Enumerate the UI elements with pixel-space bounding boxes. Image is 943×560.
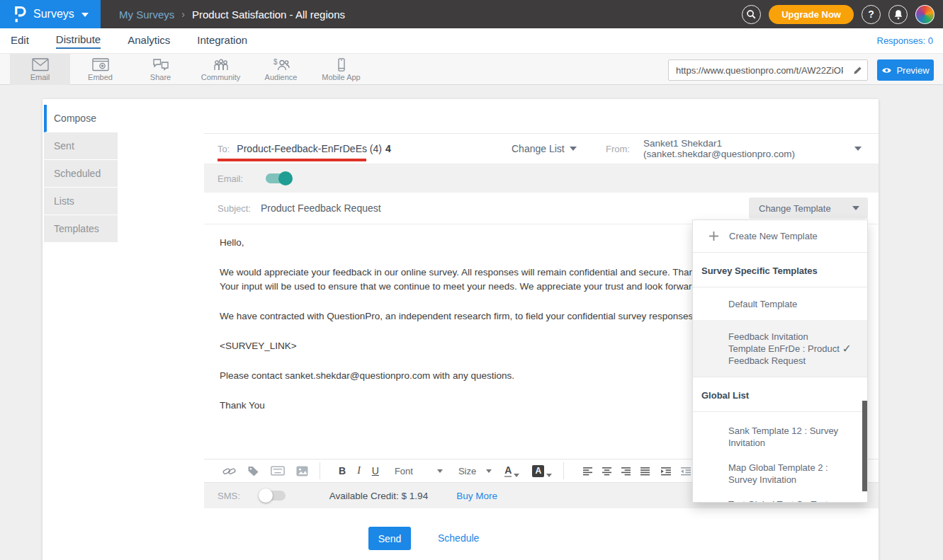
template-item-sank-12[interactable]: Sank Template 12 : Survey Invitation [693, 425, 867, 449]
italic-button[interactable]: I [357, 465, 361, 476]
pencil-icon [853, 66, 862, 75]
sidebar-item-scheduled[interactable]: Scheduled [44, 160, 118, 188]
template-item-label: Default Template [728, 298, 846, 310]
channel-community[interactable]: Community [191, 54, 251, 85]
align-center-button[interactable] [602, 467, 612, 476]
bell-icon [893, 9, 903, 20]
text-color-glyph: A [504, 465, 512, 477]
channel-email[interactable]: Email [10, 54, 70, 85]
align-right-button[interactable] [621, 467, 631, 476]
outdent-button[interactable] [680, 467, 691, 476]
keyboard-icon [271, 466, 285, 476]
merge-tag-button[interactable] [247, 465, 259, 476]
toggle-knob [278, 171, 293, 185]
chat-bubbles-icon [152, 58, 169, 72]
highlight-color-button[interactable]: A [532, 465, 552, 477]
send-button[interactable]: Send [368, 527, 411, 550]
breadcrumb-my-surveys[interactable]: My Surveys [119, 8, 174, 21]
top-header: Surveys My Surveys › Product Satisfactio… [0, 0, 943, 28]
email-label: Email: [218, 173, 243, 184]
template-item-map-global-2[interactable]: Map Global Template 2 : Survey Invitatio… [693, 462, 867, 486]
font-family-select[interactable]: Font [395, 466, 443, 476]
people-group-icon [213, 58, 230, 72]
sms-label: SMS: [218, 491, 240, 501]
question-mark-icon: ? [868, 8, 874, 20]
template-item-label: Map Global Template 2 : Survey Invitatio… [728, 462, 846, 486]
dropdown-scrollbar[interactable] [862, 401, 867, 491]
change-template-button[interactable]: Change Template [749, 198, 868, 219]
to-label: To: [218, 144, 230, 154]
recipient-list-name[interactable]: Product-Feedback-EnFrDeEs (4) [237, 143, 382, 154]
template-item-label: Feedback Invitation Template EnFrDe : Pr… [728, 331, 846, 367]
change-template-label: Change Template [759, 203, 831, 214]
toggle-knob [259, 488, 273, 503]
insert-image-button[interactable] [296, 466, 308, 476]
subject-input[interactable]: Product Feedback Request [261, 202, 381, 214]
notifications-button[interactable] [888, 5, 908, 24]
change-template-dropdown: Create New Template Survey Specific Temp… [692, 219, 868, 503]
survey-url-input[interactable] [669, 65, 847, 76]
tab-distribute[interactable]: Distribute [56, 33, 101, 49]
size-label: Size [458, 466, 476, 476]
product-switcher[interactable]: Surveys [0, 0, 101, 28]
align-justify-button[interactable] [640, 467, 650, 476]
channel-audience[interactable]: $ Audience [251, 54, 311, 85]
chevron-down-icon [570, 147, 577, 151]
upgrade-now-button[interactable]: Upgrade Now [769, 5, 854, 24]
font-size-select[interactable]: Size [458, 466, 492, 476]
sidebar-item-lists[interactable]: Lists [44, 188, 118, 215]
tab-analytics[interactable]: Analytics [128, 34, 170, 48]
align-justify-icon [640, 467, 650, 476]
from-sender-dropdown[interactable]: Sanket1 Shekdar1 (sanket.shekdar@questio… [643, 138, 862, 159]
channel-label: Embed [88, 73, 113, 81]
recipient-count: 4 [385, 143, 391, 154]
help-button[interactable]: ? [862, 5, 881, 24]
channel-embed[interactable]: Embed [70, 54, 130, 85]
text-color-button[interactable]: A [504, 465, 519, 477]
edit-url-button[interactable] [847, 60, 867, 80]
indent-button[interactable] [660, 467, 672, 476]
tag-icon [247, 465, 259, 476]
bold-button[interactable]: B [339, 465, 346, 476]
template-item-test-global-g[interactable]: Test Global Test G : Test PAA G [693, 498, 867, 503]
tab-edit[interactable]: Edit [11, 34, 29, 48]
change-list-dropdown[interactable]: Change List [512, 143, 577, 154]
sms-toggle[interactable] [260, 491, 286, 501]
check-icon: ✓ [842, 343, 852, 355]
tab-integration[interactable]: Integration [197, 34, 247, 48]
breadcrumb-current-survey: Product Satisfaction - All regions [192, 8, 345, 21]
change-list-label: Change List [512, 143, 565, 154]
email-toggle[interactable] [266, 173, 291, 183]
header-actions: Upgrade Now ? [742, 0, 934, 28]
template-item-default[interactable]: Default Template [693, 287, 867, 320]
keyboard-button[interactable] [271, 466, 285, 476]
subject-label: Subject: [218, 203, 251, 214]
eye-icon [881, 67, 892, 74]
survey-url-box [668, 59, 868, 81]
outdent-icon [680, 467, 691, 476]
sidebar-item-templates[interactable]: Templates [44, 215, 118, 243]
preview-label: Preview [896, 65, 929, 76]
create-new-template-item[interactable]: Create New Template [693, 220, 867, 253]
toolbar-divider [563, 462, 564, 479]
preview-button[interactable]: Preview [877, 59, 934, 81]
schedule-link[interactable]: Schedule [438, 532, 479, 544]
insert-link-button[interactable] [222, 466, 236, 476]
mobile-phone-icon [333, 58, 350, 72]
chevron-down-icon [514, 474, 519, 477]
recipient-row: To: Product-Feedback-EnFrDeEs (4) 4 Chan… [204, 133, 879, 164]
embed-browser-icon [92, 58, 109, 72]
buy-more-link[interactable]: Buy More [456, 491, 497, 501]
channel-share[interactable]: Share [130, 54, 191, 85]
channel-mobile-app[interactable]: Mobile App [311, 54, 371, 85]
sidebar-item-compose[interactable]: Compose [44, 105, 118, 132]
template-item-feedback-invitation-selected[interactable]: Feedback Invitation Template EnFrDe : Pr… [693, 320, 867, 377]
underline-button[interactable]: U [372, 465, 379, 476]
user-avatar[interactable] [915, 5, 934, 24]
sidebar-item-sent[interactable]: Sent [44, 132, 118, 160]
align-left-button[interactable] [582, 467, 593, 476]
breadcrumb-separator: › [181, 8, 185, 20]
align-left-icon [582, 467, 593, 476]
align-right-icon [621, 467, 631, 476]
search-button[interactable] [742, 5, 761, 24]
